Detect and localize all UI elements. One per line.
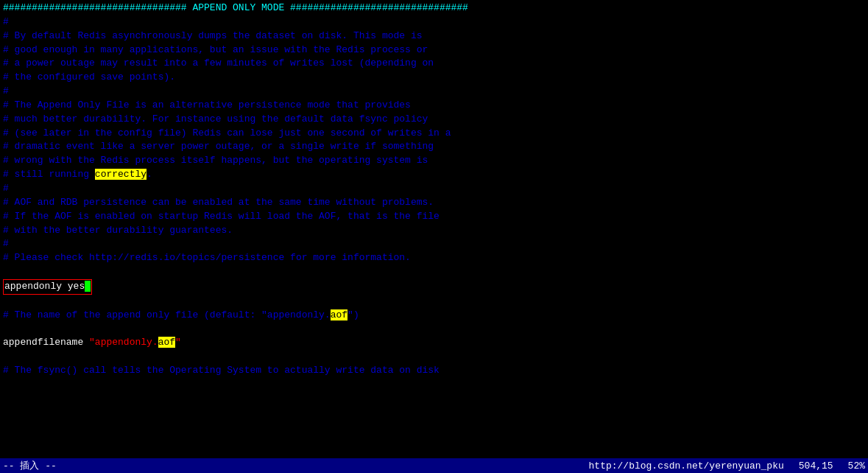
line-aof-comment: # The name of the append only file (defa… [3, 309, 865, 323]
highlight-correctly: correctly [95, 169, 147, 180]
line-heading: ################################ APPEND … [3, 1, 865, 15]
status-right: http://blog.csdn.net/yerenyuan_pku 504,1… [589, 460, 865, 472]
appendfilename-value: "appendonly.aof" [89, 337, 181, 348]
line-empty-5 [3, 265, 865, 279]
line-comment-15: # AOF and RDB persistence can be enabled… [3, 196, 865, 210]
appendfilename-key: appendfilename [3, 337, 89, 348]
terminal: ################################ APPEND … [0, 0, 868, 473]
line-comment-27: # The fsync() call tells the Operating S… [3, 364, 865, 378]
line-comment-5: # a power outage may result into a few m… [3, 57, 865, 71]
status-bar: -- 插入 -- http://blog.csdn.net/yerenyuan_… [0, 458, 868, 473]
line-empty-1: # [3, 15, 865, 29]
line-empty-4: # [3, 237, 865, 251]
line-empty-2: # [3, 85, 865, 99]
appendonly-border: appendonly yes [3, 279, 92, 295]
scroll-percent: 52% [848, 460, 865, 472]
line-comment-13: # still running correctly. [3, 168, 865, 182]
insert-mode-label: -- 插入 -- [3, 459, 57, 472]
line-comment-6: # the configured save points). [3, 71, 865, 85]
cursor [85, 281, 91, 292]
line-empty-3: # [3, 182, 865, 196]
blog-url: http://blog.csdn.net/yerenyuan_pku [589, 460, 784, 472]
highlight-aof-1: aof [331, 309, 347, 320]
line-comment-19: # Please check http://redis.io/topics/pe… [3, 251, 865, 265]
line-comment-16: # If the AOF is enabled on startup Redis… [3, 210, 865, 224]
line-comment-8: # The Append Only File is an alternative… [3, 99, 865, 113]
line-comment-9: # much better durability. For instance u… [3, 113, 865, 127]
line-comment-10: # (see later in the config file) Redis c… [3, 127, 865, 141]
line-empty-6 [3, 295, 865, 309]
line-comment-11: # dramatic event like a server power out… [3, 140, 865, 154]
url-text: http://redis.io/topics/persistence [89, 252, 284, 263]
line-appendfilename: appendfilename "appendonly.aof" [3, 336, 865, 350]
highlight-aof-2: aof [158, 337, 175, 348]
line-comment-17: # with the better durability guarantees. [3, 224, 865, 238]
line-empty-8 [3, 350, 865, 364]
content-area: ################################ APPEND … [0, 0, 868, 458]
line-appendonly: appendonly yes [3, 279, 865, 295]
line-comment-4: # good enough in many applications, but … [3, 43, 865, 57]
cursor-position: 504,15 [799, 460, 833, 472]
appendonly-command: appendonly yes [4, 281, 85, 292]
line-empty-7 [3, 322, 865, 336]
line-comment-3: # By default Redis asynchronously dumps … [3, 29, 865, 43]
line-comment-12: # wrong with the Redis process itself ha… [3, 154, 865, 168]
